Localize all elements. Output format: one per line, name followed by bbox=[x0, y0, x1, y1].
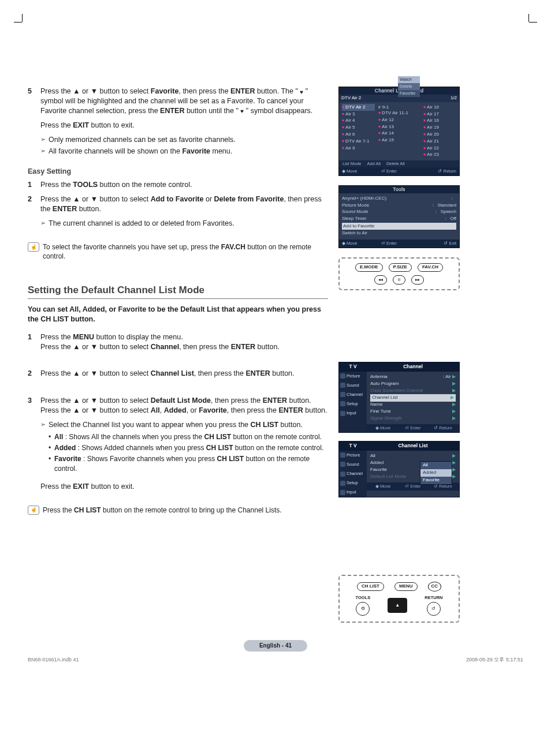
scr-foot-enter: Enter bbox=[386, 169, 397, 174]
text-fragment: Press the ▲ or ▼ button to select bbox=[40, 406, 151, 414]
heart-icon: ♥ bbox=[300, 89, 303, 95]
favch-button: FAV.CH bbox=[418, 263, 443, 272]
text-fragment: " symbol disappears. bbox=[244, 107, 312, 115]
text-bold: Channel List bbox=[151, 369, 194, 377]
step-number: 1 bbox=[28, 180, 40, 190]
page-footer-pill: English - 41 bbox=[244, 640, 307, 652]
tv-main-body: Antenna: Air ▶Auto Program ▶Clear Scramb… bbox=[367, 372, 459, 425]
text-bold: ENTER bbox=[231, 343, 255, 351]
remote-buttons-1: E.MODE P.SIZE FAV.CH ◂◂ II ▸▸ bbox=[338, 257, 460, 290]
text-fragment: button. bbox=[255, 343, 280, 351]
menu-button: MENU bbox=[394, 582, 418, 591]
scr-sub-right: 1/2 bbox=[451, 95, 457, 102]
text-fragment: , then press the bbox=[194, 369, 246, 377]
tools-button-icon: ⚙ bbox=[356, 602, 370, 616]
easy-step-2: 2 Press the ▲ or ▼ button to select Add … bbox=[28, 194, 328, 214]
text-fragment: : Shows Favorite channels when you press bbox=[81, 455, 217, 463]
text-fragment: To select the favorite channels you have… bbox=[43, 243, 221, 251]
psize-button: P.SIZE bbox=[389, 263, 412, 272]
text-bold: Added bbox=[54, 444, 76, 452]
text-bold: ENTER bbox=[278, 406, 303, 414]
step-number: 5 bbox=[28, 87, 40, 130]
text-fragment: Press the ▲ or ▼ button to select bbox=[40, 343, 151, 351]
doc-footer-left: BN68-01661A.indb 41 bbox=[28, 656, 79, 663]
text-fragment: , then press the bbox=[179, 343, 231, 351]
remote-buttons-2: CH LIST MENU CC TOOLS ⚙ ▲ RETURN ↺ bbox=[338, 575, 460, 623]
text-fragment: button. bbox=[278, 421, 303, 429]
text-bold: EXIT bbox=[73, 482, 89, 491]
text-bold: Default List Mode bbox=[151, 396, 211, 405]
text-fragment: menu. bbox=[210, 147, 232, 155]
text-fragment: Press the ▲ or ▼ button to select bbox=[40, 396, 151, 405]
step-number: 2 bbox=[28, 369, 40, 379]
tv-channellist-menu-screenshot: T V PictureSoundChannelSetupInput Channe… bbox=[338, 441, 460, 497]
text-bold: Favorite bbox=[182, 147, 210, 155]
note-favorite-menu: All favorite channels will be shown on t… bbox=[40, 147, 328, 156]
text-fragment: , bbox=[160, 406, 164, 414]
tv-foot-move: Move bbox=[380, 425, 390, 431]
text-bold: CH LIST bbox=[204, 433, 232, 441]
text-bold: TOOLS bbox=[73, 181, 98, 189]
text-fragment: Select the Channel list you want to appe… bbox=[49, 421, 251, 429]
text-fragment: button until the " bbox=[184, 107, 240, 115]
emode-button: E.MODE bbox=[355, 263, 383, 272]
tip-favch: ☝ To select the favorite channels you ha… bbox=[28, 242, 328, 261]
text-fragment: , or bbox=[187, 406, 199, 414]
tv-main-header: Channel List bbox=[367, 441, 459, 450]
channel-col-3: Air 16Air 17Air 18Air 19Air 20Air 21Air … bbox=[423, 104, 456, 158]
text-fragment: button on the remote control. bbox=[233, 444, 324, 452]
step-5: 5 Press the ▲ or ▼ button to select Favo… bbox=[28, 87, 328, 130]
hand-icon: ☝ bbox=[28, 242, 39, 252]
scr-foot-exit: Exit bbox=[449, 241, 456, 246]
text-fragment: Press the bbox=[40, 482, 73, 491]
text-fragment: button. bbox=[77, 205, 101, 213]
text-fragment: button on the remote control to bring up… bbox=[101, 506, 282, 514]
channel-list-screenshot: Channel List / Added DTV Air 21/2 DTV Ai… bbox=[338, 87, 460, 176]
text-fragment: Press the bbox=[40, 333, 73, 341]
cc-button: CC bbox=[428, 582, 442, 592]
scr-foot-move: Move bbox=[347, 169, 357, 174]
text-fragment: button. The " bbox=[255, 87, 300, 95]
text-fragment: or bbox=[203, 195, 214, 203]
text-fragment: button on the remote control. bbox=[98, 181, 192, 189]
tv-channel-menu-screenshot: T V PictureSoundChannelSetupInput Channe… bbox=[338, 362, 460, 433]
text-fragment: button to display the menu. bbox=[94, 333, 183, 341]
channel-col-2: ir 9-1WatchDeleteFavoriteDTV Air 11-1Air… bbox=[378, 104, 420, 158]
text-fragment: Press the ▲ or ▼ button to select bbox=[40, 369, 151, 377]
text-bold: Add to Favorite bbox=[151, 195, 204, 203]
easy-setting-heading: Easy Setting bbox=[28, 167, 328, 177]
doc-footer: BN68-01661A.indb 41 2008-05-29 오후 5:17:5… bbox=[28, 656, 523, 663]
tv-foot-enter: Enter bbox=[411, 484, 421, 489]
text-fragment: button. bbox=[303, 406, 327, 414]
text-fragment: button on the remote control. bbox=[231, 433, 322, 441]
bullet-added: Added : Shows Added channels when you pr… bbox=[49, 443, 328, 452]
sec2-step-1: 1 Press the MENU button to display the m… bbox=[28, 332, 328, 352]
text-bold: Favorite bbox=[54, 455, 81, 463]
text-bold: Channel bbox=[151, 343, 179, 351]
doc-footer-right: 2008-05-29 오후 5:17:51 bbox=[466, 656, 523, 663]
tools-screenshot: Tools Anynet+ (HDMI-CEC): Picture Mode: … bbox=[338, 185, 460, 248]
text-bold: CH LIST bbox=[74, 506, 101, 514]
tv-foot-move: Move bbox=[380, 484, 390, 489]
forward-button: ▸▸ bbox=[411, 275, 424, 285]
text-bold: CH LIST bbox=[217, 455, 244, 463]
text-bold: All bbox=[151, 406, 160, 414]
return-button-icon: ↺ bbox=[427, 602, 441, 616]
chlist-button: CH LIST bbox=[357, 582, 384, 591]
tv-side-header: T V bbox=[339, 441, 367, 450]
text-fragment: : Shows Added channels when you press bbox=[76, 444, 206, 452]
text-bold: ENTER bbox=[230, 87, 255, 95]
text-fragment: Press the bbox=[40, 121, 73, 129]
scr-foot-listmode: List Mode bbox=[342, 161, 362, 167]
tv-foot-enter: Enter bbox=[411, 425, 421, 431]
text-fragment: All favorite channels will be shown on t… bbox=[49, 147, 182, 155]
text-fragment: button. bbox=[270, 369, 295, 377]
text-fragment: Press the bbox=[40, 181, 73, 189]
text-fragment: , then press the bbox=[178, 87, 230, 95]
main-text-column: 5 Press the ▲ or ▼ button to select Favo… bbox=[28, 87, 328, 623]
tv-side-header: T V bbox=[339, 362, 367, 371]
tv-side-list: PictureSoundChannelSetupInput bbox=[339, 451, 367, 497]
step-number: 2 bbox=[28, 194, 40, 214]
text-fragment: button to exit. bbox=[89, 121, 135, 129]
text-bold: Favorite bbox=[151, 87, 179, 95]
